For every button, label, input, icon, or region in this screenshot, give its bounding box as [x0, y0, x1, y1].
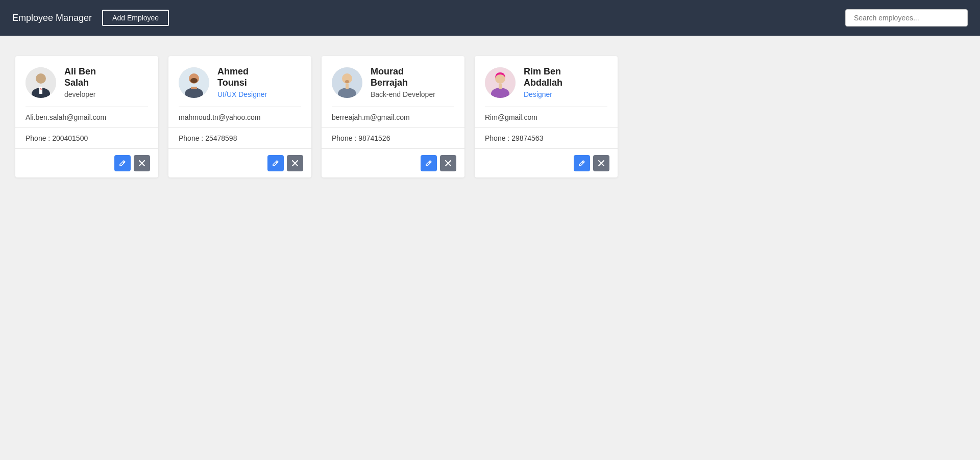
card-header: Ali BenSalah developer	[15, 56, 158, 107]
header-left: Employee Manager Add Employee	[12, 10, 169, 26]
svg-point-10	[190, 78, 198, 83]
svg-line-28	[582, 162, 584, 163]
svg-line-21	[429, 162, 431, 163]
app-title: Employee Manager	[12, 13, 92, 23]
card-info-header: Rim BenAbdallah Designer	[524, 66, 562, 98]
search-input[interactable]	[845, 9, 968, 27]
employee-role: UI/UX Designer	[217, 90, 267, 98]
card-actions	[322, 149, 464, 177]
svg-line-5	[123, 162, 125, 163]
employee-email: Ali.ben.salah@gmail.com	[15, 107, 158, 128]
card-actions	[475, 149, 618, 177]
card-info-header: Ali BenSalah developer	[64, 66, 96, 98]
card-header: AhmedTounsi UI/UX Designer	[168, 56, 311, 107]
edit-button[interactable]	[114, 155, 131, 171]
employee-cards-grid: Ali BenSalah developer Ali.ben.salah@gma…	[15, 56, 965, 177]
employee-name: AhmedTounsi	[217, 66, 267, 88]
employee-name: Rim BenAbdallah	[524, 66, 562, 88]
employee-phone: Phone : 25478598	[168, 128, 311, 149]
svg-point-1	[36, 73, 46, 84]
svg-rect-12	[191, 87, 197, 89]
employee-card: MouradBerrajah Back-end Developer berrea…	[322, 56, 464, 177]
add-employee-button[interactable]: Add Employee	[102, 10, 169, 26]
delete-button[interactable]	[287, 155, 303, 171]
svg-line-13	[276, 162, 278, 163]
main-content: Ali BenSalah developer Ali.ben.salah@gma…	[0, 36, 980, 198]
employee-card: Ali BenSalah developer Ali.ben.salah@gma…	[15, 56, 158, 177]
avatar	[26, 67, 56, 98]
employee-phone: Phone : 200401500	[15, 128, 158, 149]
employee-name: Ali BenSalah	[64, 66, 96, 88]
edit-button[interactable]	[267, 155, 284, 171]
employee-role: Back-end Developer	[371, 90, 435, 98]
svg-point-20	[345, 80, 349, 83]
employee-role: developer	[64, 90, 96, 98]
employee-phone: Phone : 98741526	[322, 128, 464, 149]
employee-card: AhmedTounsi UI/UX Designer mahmoud.tn@ya…	[168, 56, 311, 177]
employee-email: berreajah.m@gmail.com	[322, 107, 464, 128]
app-header: Employee Manager Add Employee	[0, 0, 980, 36]
delete-button[interactable]	[134, 155, 150, 171]
avatar	[485, 67, 516, 98]
delete-button[interactable]	[440, 155, 456, 171]
card-header: Rim BenAbdallah Designer	[475, 56, 618, 107]
card-actions	[15, 149, 158, 177]
employee-email: mahmoud.tn@yahoo.com	[168, 107, 311, 128]
employee-email: Rim@gmail.com	[475, 107, 618, 128]
employee-name: MouradBerrajah	[371, 66, 435, 88]
avatar	[179, 67, 209, 98]
employee-phone: Phone : 29874563	[475, 128, 618, 149]
edit-button[interactable]	[574, 155, 590, 171]
card-actions	[168, 149, 311, 177]
avatar	[332, 67, 362, 98]
card-header: MouradBerrajah Back-end Developer	[322, 56, 464, 107]
employee-card: Rim BenAbdallah Designer Rim@gmail.com P…	[475, 56, 618, 177]
svg-rect-27	[499, 84, 502, 89]
card-info-header: MouradBerrajah Back-end Developer	[371, 66, 435, 98]
employee-role: Designer	[524, 90, 562, 98]
svg-rect-19	[346, 84, 349, 89]
edit-button[interactable]	[421, 155, 437, 171]
delete-button[interactable]	[593, 155, 609, 171]
card-info-header: AhmedTounsi UI/UX Designer	[217, 66, 267, 98]
